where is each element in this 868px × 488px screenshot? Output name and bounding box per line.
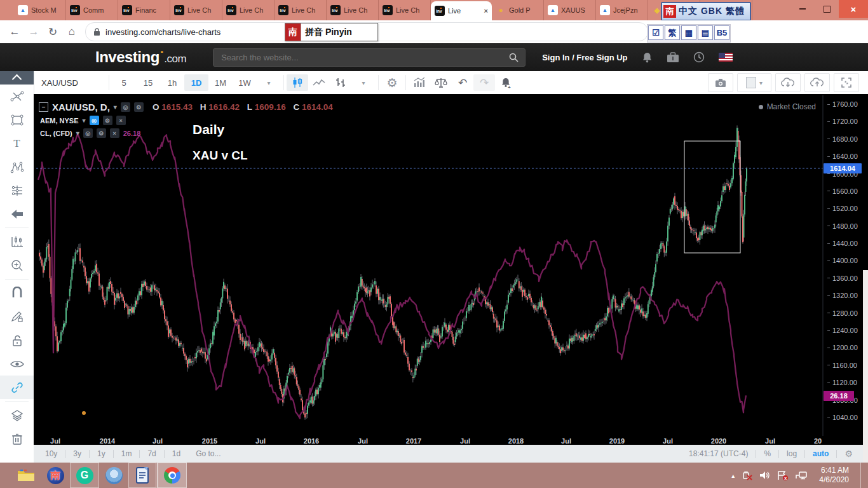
- site-search-box[interactable]: [213, 48, 526, 67]
- page-scrollbar[interactable]: [863, 270, 868, 463]
- interval-1D[interactable]: 1D: [184, 74, 208, 91]
- browser-tab[interactable]: InvLive Ch: [379, 0, 431, 20]
- chart-annotation-daily[interactable]: Daily: [193, 122, 224, 137]
- fullscreen-icon[interactable]: [834, 73, 859, 92]
- recent-clock-icon[interactable]: [693, 51, 705, 63]
- chart-type-dropdown[interactable]: ▾: [351, 74, 376, 91]
- xabcd-pattern-icon[interactable]: [0, 155, 34, 179]
- range-3y[interactable]: 3y: [65, 449, 89, 458]
- interval-5[interactable]: 5: [112, 74, 136, 91]
- cloud-upload-icon[interactable]: [804, 73, 830, 92]
- series-close-icon[interactable]: ×: [116, 116, 126, 125]
- show-desktop-button[interactable]: [860, 463, 865, 488]
- chart-annotation-xau-v-cl[interactable]: XAU v CL: [193, 149, 248, 163]
- language-flag-icon[interactable]: [719, 53, 733, 62]
- openoffice-writer-icon[interactable]: [128, 463, 158, 488]
- zoom-in-icon[interactable]: [0, 254, 34, 277]
- collapse-sidebar-button[interactable]: [0, 71, 34, 85]
- ime-traditional-icon[interactable]: 繁: [665, 25, 680, 40]
- candlestick-icon[interactable]: [287, 74, 308, 91]
- volume-icon[interactable]: [759, 470, 770, 480]
- drawing-lock-icon[interactable]: [0, 305, 34, 329]
- browser-tab[interactable]: ▲XAUUS: [544, 0, 596, 20]
- visibility-eye-icon[interactable]: ◎: [121, 102, 130, 112]
- legend-cl-symbol[interactable]: CL, (CFD): [40, 130, 72, 137]
- ime-big5-icon[interactable]: B5: [714, 25, 729, 40]
- ime-candidate-popup[interactable]: 南 拼音 Pinyin: [285, 23, 378, 41]
- interval-1M[interactable]: 1M: [208, 74, 233, 91]
- browser-tab[interactable]: InvLive Ch: [275, 0, 327, 20]
- action-center-alert-icon[interactable]: x: [776, 470, 789, 481]
- server-clock[interactable]: 18:41:17 (UTC-4): [689, 449, 748, 458]
- measure-tool-icon[interactable]: [0, 230, 34, 254]
- series-gear-icon[interactable]: ⚙: [134, 102, 144, 112]
- chevron-down-icon[interactable]: ▾: [114, 104, 117, 111]
- chart-area[interactable]: – XAU/USD, D, ▾ ◎ ⚙ O 1615.43 H 1616.42 …: [34, 94, 868, 445]
- legend-symbol[interactable]: XAU/USD, D,: [52, 102, 110, 112]
- undo-icon[interactable]: ↶: [452, 74, 473, 91]
- search-icon[interactable]: [509, 53, 519, 62]
- shape-rectangle-icon[interactable]: [0, 108, 34, 132]
- chevron-down-icon[interactable]: ▾: [83, 117, 86, 124]
- object-tree-icon[interactable]: [0, 403, 34, 427]
- minimize-button[interactable]: [790, 0, 815, 18]
- taskbar-clock[interactable]: 6:41 AM 4/6/2020: [814, 466, 854, 485]
- visibility-eye-icon[interactable]: ◎: [90, 116, 99, 125]
- grammarly-taskbar-icon[interactable]: G: [70, 463, 99, 488]
- forward-icon[interactable]: →: [24, 25, 43, 38]
- browser-tab[interactable]: InvLive Ch: [170, 0, 222, 20]
- browser-tab[interactable]: ●Gold P: [492, 0, 544, 20]
- redo-icon[interactable]: ↷: [473, 74, 495, 91]
- close-button[interactable]: ×: [839, 0, 868, 18]
- chevron-down-icon[interactable]: ▾: [76, 130, 79, 137]
- portfolio-icon[interactable]: [667, 52, 679, 63]
- scale-settings-gear-icon[interactable]: ⚙: [844, 449, 853, 459]
- layout-square-icon[interactable]: ▾: [737, 73, 771, 92]
- chrome-taskbar-icon[interactable]: [158, 463, 187, 488]
- home-icon[interactable]: ⌂: [62, 25, 81, 38]
- range-10y[interactable]: 10y: [37, 449, 65, 458]
- camera-icon[interactable]: [708, 73, 733, 92]
- browser-tab[interactable]: ▲JcejPzn: [596, 0, 648, 20]
- ohlc-bars-icon[interactable]: [330, 74, 351, 91]
- legend-collapse-icon[interactable]: –: [39, 102, 48, 112]
- browser-tab[interactable]: InvComm: [66, 0, 118, 20]
- percent-scale-button[interactable]: %: [764, 449, 771, 458]
- tray-expand-icon[interactable]: ▴: [731, 472, 735, 479]
- reload-icon[interactable]: ↻: [43, 25, 62, 39]
- interval-dropdown[interactable]: ▾: [257, 74, 281, 91]
- restore-button[interactable]: [815, 0, 839, 18]
- remove-all-icon[interactable]: [0, 427, 34, 451]
- line-chart-icon[interactable]: [308, 74, 330, 91]
- range-1y[interactable]: 1y: [90, 449, 113, 458]
- visibility-eye-icon[interactable]: ◎: [83, 128, 93, 138]
- interval-1h[interactable]: 1h: [160, 74, 184, 91]
- log-scale-button[interactable]: log: [787, 449, 797, 458]
- auto-scale-button[interactable]: auto: [813, 449, 829, 458]
- arrow-back-icon[interactable]: [0, 202, 34, 226]
- hide-all-icon[interactable]: [0, 352, 34, 376]
- range-1m[interactable]: 1m: [114, 449, 140, 458]
- range-1d[interactable]: 1d: [165, 449, 188, 458]
- file-explorer-icon[interactable]: [11, 463, 41, 488]
- trend-line-icon[interactable]: [0, 85, 34, 108]
- link-charts-icon[interactable]: [0, 376, 34, 399]
- ime-check-icon[interactable]: ☑: [648, 25, 663, 40]
- ime-status-badge[interactable]: 南 中文 GBK 繁體: [661, 2, 751, 21]
- series-gear-icon[interactable]: ⚙: [97, 128, 106, 138]
- notifications-bell-icon[interactable]: [642, 51, 653, 63]
- browser-tab[interactable]: InvLive Ch: [222, 0, 275, 20]
- forecast-tool-icon[interactable]: [0, 179, 34, 202]
- back-icon[interactable]: ←: [5, 25, 24, 38]
- symbol-input[interactable]: [40, 74, 106, 92]
- njstar-icon[interactable]: 南: [41, 463, 70, 488]
- interval-1W[interactable]: 1W: [233, 74, 257, 91]
- lock-all-icon[interactable]: [0, 329, 34, 352]
- ime-keyboard-icon[interactable]: ▦: [681, 25, 696, 40]
- browser-tab[interactable]: ▲Stock M: [14, 0, 66, 20]
- network-icon[interactable]: [795, 470, 808, 481]
- alert-add-icon[interactable]: +: [495, 74, 517, 91]
- range-7d[interactable]: 7d: [140, 449, 163, 458]
- cloud-download-icon[interactable]: [775, 73, 801, 92]
- browser-tab[interactable]: InvLive×: [431, 1, 492, 20]
